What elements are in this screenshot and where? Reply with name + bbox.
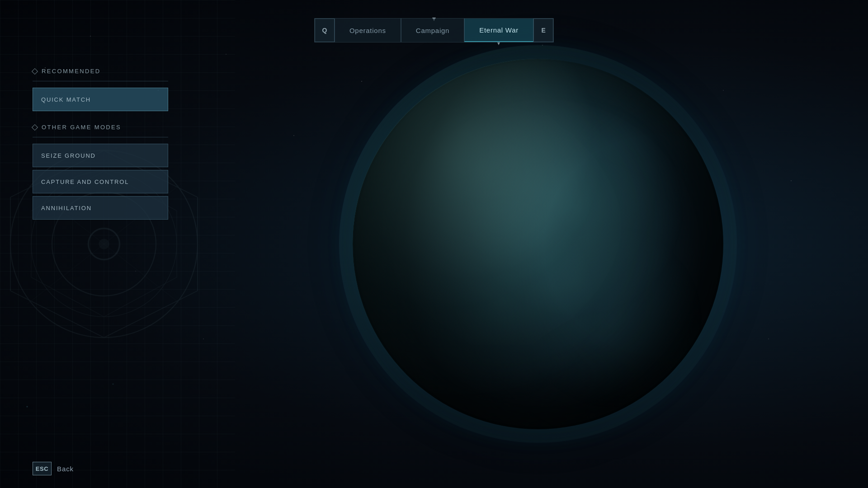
nav-key-q[interactable]: Q [315, 19, 335, 42]
capture-and-control-button[interactable]: CAPTURE AND CONTROL [33, 170, 168, 193]
other-modes-label: OTHER GAME MODES [33, 124, 177, 131]
tab-eternal-war[interactable]: Eternal War ▾ [464, 19, 533, 42]
recommended-section: RECOMMENDED QUICK MATCH [33, 68, 177, 111]
annihilation-button[interactable]: ANNIHILATION [33, 196, 168, 220]
active-tab-indicator: ▾ [497, 40, 500, 47]
recommended-divider [33, 81, 168, 81]
nav-key-e[interactable]: E [533, 19, 553, 42]
svg-point-10 [99, 239, 109, 249]
e-key-label: E [541, 27, 545, 34]
top-navigation: ▾ Q Operations Campaign Eternal War ▾ E [0, 0, 868, 42]
tab-campaign[interactable]: Campaign [401, 19, 464, 42]
planet-visual [353, 59, 723, 429]
esc-key-badge[interactable]: ESC [33, 462, 52, 475]
quick-match-button[interactable]: QUICK MATCH [33, 88, 168, 111]
bottom-controls: ESC Back [33, 462, 74, 475]
seize-ground-button[interactable]: SEIZE GROUND [33, 144, 168, 167]
left-panel: RECOMMENDED QUICK MATCH OTHER GAME MODES… [33, 68, 177, 222]
q-key-label: Q [322, 27, 327, 34]
back-label: Back [57, 465, 74, 473]
nav-tabs-container: Q Operations Campaign Eternal War ▾ E [314, 18, 554, 42]
other-modes-section: OTHER GAME MODES SEIZE GROUND CAPTURE AN… [33, 124, 177, 220]
recommended-label: RECOMMENDED [33, 68, 177, 75]
other-modes-divider [33, 137, 168, 137]
tab-operations[interactable]: Operations [335, 19, 401, 42]
